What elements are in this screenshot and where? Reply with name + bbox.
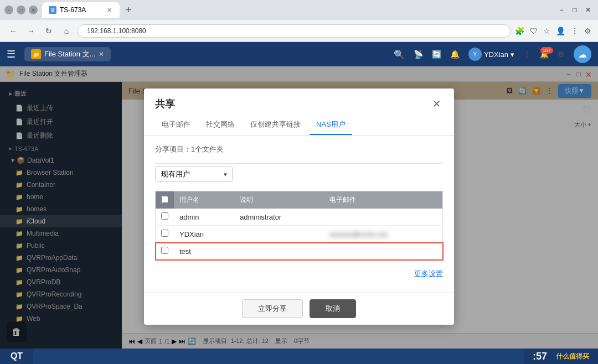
tab-title: TS-673A — [60, 6, 86, 14]
table-row: admin administrator — [156, 209, 443, 226]
bell-icon[interactable]: 🔔 — [450, 50, 460, 59]
main-area: 📁 File Station 文件管理器 − □ ✕ ▸ 最近 📄 最近上传 — [0, 66, 598, 364]
dialog-header: 共享 ✕ — [144, 89, 454, 111]
ydxian-description — [234, 226, 324, 243]
test-username: test — [174, 243, 234, 260]
file-station-icon: 📁 — [31, 49, 41, 59]
new-tab-button[interactable]: + — [122, 3, 135, 17]
notification-badge[interactable]: 🔔 10+ — [540, 50, 549, 59]
window-controls: − □ ✕ — [556, 4, 594, 15]
admin-email — [324, 209, 443, 226]
stream-icon[interactable]: 📡 — [414, 50, 423, 59]
browser-minimize[interactable]: − — [4, 6, 13, 14]
test-checkbox-cell — [156, 243, 174, 260]
admin-checkbox[interactable] — [161, 212, 168, 220]
bookmark-icon[interactable]: ☆ — [543, 27, 550, 35]
win-maximize[interactable]: □ — [569, 4, 580, 15]
qt-label: QT — [0, 349, 33, 364]
browser-close[interactable]: ✕ — [29, 6, 38, 14]
user-avatar: Y — [468, 48, 482, 61]
brand-watermark: 什么值得买 — [556, 352, 589, 361]
cancel-button[interactable]: 取消 — [310, 299, 356, 318]
header-checkbox-col — [156, 191, 174, 209]
dialog-overlay: 共享 ✕ 电子邮件 社交网络 仅创建共享链接 NAS用户 分享项目：1个文件夹 … — [0, 66, 598, 364]
share-info: 分享项目：1个文件夹 — [155, 144, 443, 154]
refresh-button[interactable]: ↻ — [42, 24, 55, 38]
app-tab-close[interactable]: ✕ — [99, 50, 104, 58]
more-settings-link[interactable]: 更多设置 — [155, 269, 443, 279]
table-header-row: 用户名 说明 电子邮件 — [156, 191, 443, 209]
settings-wheel[interactable]: ⚙ — [558, 50, 565, 59]
cloud-button[interactable]: ☁ — [574, 45, 591, 63]
description-header: 说明 — [234, 191, 324, 209]
app-toolbar-right: 🔍 📡 🔄 🔔 Y YDXian ▾ ⋮ 🔔 10+ ⚙ ☁ — [394, 45, 591, 63]
forward-button[interactable]: → — [24, 24, 38, 38]
user-table: 用户名 说明 电子邮件 admin administrator — [155, 191, 443, 260]
dialog-body: 分享项目：1个文件夹 现有用户 用 — [144, 136, 454, 292]
app-toolbar: ☰ 📁 File Station 文... ✕ 🔍 📡 🔄 🔔 Y YDXian… — [0, 42, 598, 66]
watermark-bar: :57 什么值得买 — [524, 349, 598, 364]
share-dialog: 共享 ✕ 电子邮件 社交网络 仅创建共享链接 NAS用户 分享项目：1个文件夹 … — [144, 89, 454, 325]
tab-email[interactable]: 电子邮件 — [155, 115, 197, 135]
share-now-button[interactable]: 立即分享 — [242, 299, 303, 318]
ydxian-username: YDXian — [174, 226, 234, 243]
more-icon[interactable]: ⋮ — [571, 27, 579, 35]
dialog-tabs: 电子邮件 社交网络 仅创建共享链接 NAS用户 — [144, 115, 454, 136]
tab-link-only[interactable]: 仅创建共享链接 — [244, 115, 307, 135]
browser-chrome: − □ ✕ 🖥 TS-673A ✕ + − □ ✕ — [0, 0, 598, 20]
hamburger-menu[interactable]: ☰ — [7, 48, 16, 60]
admin-description: administrator — [234, 209, 324, 226]
win-minimize[interactable]: − — [556, 4, 567, 15]
ydxian-email-blurred: xxxxxxx@xxxxx.xxx — [329, 231, 388, 238]
ydxian-email: xxxxxxx@xxxxx.xxx — [324, 226, 443, 243]
email-header: 电子邮件 — [324, 191, 443, 209]
test-checkbox[interactable] — [161, 247, 168, 254]
table-row: test — [156, 243, 443, 260]
address-input[interactable] — [78, 24, 511, 38]
test-description — [234, 243, 324, 260]
extensions-icon[interactable]: 🧩 — [515, 27, 524, 35]
user-type-dropdown-wrapper: 现有用户 — [155, 166, 233, 182]
app-tab-file-station[interactable]: 📁 File Station 文... ✕ — [24, 47, 111, 61]
dialog-title: 共享 — [155, 97, 175, 111]
tab-nas-user[interactable]: NAS用户 — [310, 115, 352, 135]
user-dropdown-icon: ▾ — [511, 50, 514, 59]
browser-window-controls: − □ ✕ — [4, 6, 38, 14]
app-tab-label: File Station 文... — [44, 49, 95, 59]
more-menu[interactable]: ⋮ — [523, 50, 531, 59]
row-checkbox-cell — [156, 209, 174, 226]
select-all-checkbox[interactable] — [161, 196, 168, 203]
tab-favicon: 🖥 — [49, 6, 56, 14]
username-label: YDXian — [484, 50, 508, 59]
username-header: 用户名 — [174, 191, 234, 209]
dropdown-row: 现有用户 — [155, 166, 443, 182]
profile-icon[interactable]: 👤 — [556, 27, 565, 35]
user-type-dropdown[interactable]: 现有用户 — [155, 166, 233, 182]
table-row: YDXian xxxxxxx@xxxxx.xxx — [156, 226, 443, 243]
sync-icon[interactable]: 🔄 — [432, 50, 441, 59]
back-button[interactable]: ← — [7, 24, 20, 38]
tab-social[interactable]: 社交网络 — [199, 115, 241, 135]
test-email — [324, 243, 443, 260]
ydxian-checkbox-cell — [156, 226, 174, 243]
dialog-close-button[interactable]: ✕ — [430, 97, 443, 111]
separator — [155, 163, 443, 164]
settings-icon[interactable]: ⚙ — [584, 27, 591, 35]
browser-toolbar-icons: 🧩 🛡 ☆ 👤 ⋮ ⚙ — [515, 27, 591, 35]
browser-maximize[interactable]: □ — [17, 6, 25, 14]
tab-close-button[interactable]: ✕ — [105, 6, 113, 14]
search-button[interactable]: 🔍 — [394, 49, 405, 60]
dialog-footer: 立即分享 取消 — [144, 292, 454, 325]
browser-tab-bar: 🖥 TS-673A ✕ + — [42, 2, 551, 18]
time-display: :57 — [533, 351, 547, 362]
address-bar: ← → ↻ ⌂ 🧩 🛡 ☆ 👤 ⋮ ⚙ — [0, 20, 598, 42]
user-menu[interactable]: Y YDXian ▾ — [468, 48, 514, 61]
ydxian-checkbox[interactable] — [161, 230, 168, 237]
home-button[interactable]: ⌂ — [60, 24, 73, 38]
notification-count: 10+ — [540, 47, 553, 54]
admin-username: admin — [174, 209, 234, 226]
win-close[interactable]: ✕ — [582, 4, 594, 15]
shield-icon[interactable]: 🛡 — [530, 27, 538, 35]
browser-tab[interactable]: 🖥 TS-673A ✕ — [42, 2, 120, 18]
